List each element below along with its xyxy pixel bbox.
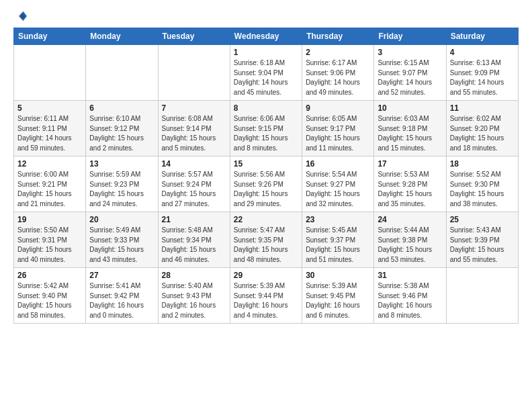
day-info: Sunrise: 5:48 AMSunset: 9:34 PMDaylight:… (162, 226, 226, 265)
day-info: Sunrise: 5:40 AMSunset: 9:43 PMDaylight:… (162, 281, 226, 320)
calendar-week-row: 12Sunrise: 6:00 AMSunset: 9:21 PMDayligh… (14, 156, 519, 212)
calendar-cell: 15Sunrise: 5:56 AMSunset: 9:26 PMDayligh… (230, 156, 302, 212)
calendar-cell: 5Sunrise: 6:11 AMSunset: 9:11 PMDaylight… (14, 101, 86, 156)
day-number: 18 (450, 159, 515, 169)
header (13, 10, 519, 22)
calendar-cell: 2Sunrise: 6:17 AMSunset: 9:06 PMDaylight… (302, 45, 374, 101)
calendar-cell (14, 45, 86, 101)
calendar-cell: 31Sunrise: 5:38 AMSunset: 9:46 PMDayligh… (374, 268, 446, 324)
day-info: Sunrise: 6:00 AMSunset: 9:21 PMDaylight:… (17, 170, 82, 209)
day-number: 31 (378, 271, 442, 280)
day-info: Sunrise: 6:08 AMSunset: 9:14 PMDaylight:… (162, 114, 226, 153)
calendar-cell: 18Sunrise: 5:52 AMSunset: 9:30 PMDayligh… (446, 156, 518, 212)
calendar-cell: 29Sunrise: 5:39 AMSunset: 9:44 PMDayligh… (230, 268, 302, 324)
logo (13, 10, 27, 22)
day-number: 22 (234, 215, 298, 224)
day-info: Sunrise: 5:43 AMSunset: 9:39 PMDaylight:… (450, 226, 515, 265)
day-info: Sunrise: 6:18 AMSunset: 9:04 PMDaylight:… (234, 58, 298, 97)
calendar-week-row: 19Sunrise: 5:50 AMSunset: 9:31 PMDayligh… (14, 212, 519, 268)
calendar: SundayMondayTuesdayWednesdayThursdayFrid… (13, 28, 519, 324)
calendar-cell: 28Sunrise: 5:40 AMSunset: 9:43 PMDayligh… (158, 268, 230, 324)
calendar-cell: 19Sunrise: 5:50 AMSunset: 9:31 PMDayligh… (14, 212, 86, 268)
calendar-cell: 10Sunrise: 6:03 AMSunset: 9:18 PMDayligh… (374, 101, 446, 156)
weekday-header: Monday (86, 28, 158, 45)
calendar-cell (158, 45, 230, 101)
calendar-week-row: 1Sunrise: 6:18 AMSunset: 9:04 PMDaylight… (14, 45, 519, 101)
calendar-cell: 7Sunrise: 6:08 AMSunset: 9:14 PMDaylight… (158, 101, 230, 156)
weekday-row: SundayMondayTuesdayWednesdayThursdayFrid… (14, 28, 519, 45)
calendar-header: SundayMondayTuesdayWednesdayThursdayFrid… (14, 28, 519, 45)
weekday-header: Saturday (446, 28, 518, 45)
day-info: Sunrise: 6:11 AMSunset: 9:11 PMDaylight:… (17, 114, 82, 153)
calendar-cell: 9Sunrise: 6:05 AMSunset: 9:17 PMDaylight… (302, 101, 374, 156)
day-info: Sunrise: 5:39 AMSunset: 9:45 PMDaylight:… (306, 281, 370, 320)
day-number: 12 (17, 159, 82, 169)
day-number: 7 (162, 103, 226, 113)
calendar-cell: 27Sunrise: 5:41 AMSunset: 9:42 PMDayligh… (86, 268, 158, 324)
day-info: Sunrise: 5:52 AMSunset: 9:30 PMDaylight:… (450, 170, 515, 209)
day-info: Sunrise: 5:38 AMSunset: 9:46 PMDaylight:… (378, 281, 442, 320)
calendar-cell: 30Sunrise: 5:39 AMSunset: 9:45 PMDayligh… (302, 268, 374, 324)
calendar-body: 1Sunrise: 6:18 AMSunset: 9:04 PMDaylight… (14, 45, 519, 324)
calendar-week-row: 26Sunrise: 5:42 AMSunset: 9:40 PMDayligh… (14, 268, 519, 324)
weekday-header: Wednesday (230, 28, 302, 45)
calendar-week-row: 5Sunrise: 6:11 AMSunset: 9:11 PMDaylight… (14, 101, 519, 156)
calendar-cell: 4Sunrise: 6:13 AMSunset: 9:09 PMDaylight… (446, 45, 518, 101)
day-number: 28 (162, 271, 226, 280)
calendar-cell: 23Sunrise: 5:45 AMSunset: 9:37 PMDayligh… (302, 212, 374, 268)
day-info: Sunrise: 6:15 AMSunset: 9:07 PMDaylight:… (378, 58, 442, 97)
calendar-cell: 25Sunrise: 5:43 AMSunset: 9:39 PMDayligh… (446, 212, 518, 268)
day-number: 13 (89, 159, 154, 169)
day-info: Sunrise: 5:39 AMSunset: 9:44 PMDaylight:… (234, 281, 298, 320)
day-number: 6 (89, 103, 154, 113)
day-info: Sunrise: 5:57 AMSunset: 9:24 PMDaylight:… (162, 170, 226, 209)
day-info: Sunrise: 5:41 AMSunset: 9:42 PMDaylight:… (89, 281, 154, 320)
calendar-cell: 16Sunrise: 5:54 AMSunset: 9:27 PMDayligh… (302, 156, 374, 212)
day-number: 2 (306, 48, 370, 57)
logo-text (13, 10, 27, 22)
calendar-cell (86, 45, 158, 101)
day-number: 17 (378, 159, 442, 169)
day-number: 10 (378, 103, 442, 113)
day-number: 26 (17, 271, 82, 280)
day-number: 29 (234, 271, 298, 280)
day-info: Sunrise: 5:59 AMSunset: 9:23 PMDaylight:… (89, 170, 154, 209)
calendar-cell: 21Sunrise: 5:48 AMSunset: 9:34 PMDayligh… (158, 212, 230, 268)
day-info: Sunrise: 6:05 AMSunset: 9:17 PMDaylight:… (306, 114, 370, 153)
calendar-cell: 17Sunrise: 5:53 AMSunset: 9:28 PMDayligh… (374, 156, 446, 212)
day-number: 5 (17, 103, 82, 113)
day-info: Sunrise: 5:47 AMSunset: 9:35 PMDaylight:… (234, 226, 298, 265)
day-number: 24 (378, 215, 442, 224)
day-number: 16 (306, 159, 370, 169)
calendar-cell: 12Sunrise: 6:00 AMSunset: 9:21 PMDayligh… (14, 156, 86, 212)
calendar-cell: 20Sunrise: 5:49 AMSunset: 9:33 PMDayligh… (86, 212, 158, 268)
day-info: Sunrise: 5:44 AMSunset: 9:38 PMDaylight:… (378, 226, 442, 265)
weekday-header: Thursday (302, 28, 374, 45)
day-info: Sunrise: 5:53 AMSunset: 9:28 PMDaylight:… (378, 170, 442, 209)
calendar-cell: 26Sunrise: 5:42 AMSunset: 9:40 PMDayligh… (14, 268, 86, 324)
weekday-header: Tuesday (158, 28, 230, 45)
day-info: Sunrise: 5:54 AMSunset: 9:27 PMDaylight:… (306, 170, 370, 209)
logo-icon (15, 10, 27, 22)
day-info: Sunrise: 6:03 AMSunset: 9:18 PMDaylight:… (378, 114, 442, 153)
day-info: Sunrise: 6:10 AMSunset: 9:12 PMDaylight:… (89, 114, 154, 153)
weekday-header: Friday (374, 28, 446, 45)
day-info: Sunrise: 5:49 AMSunset: 9:33 PMDaylight:… (89, 226, 154, 265)
calendar-cell (446, 268, 518, 324)
calendar-cell: 1Sunrise: 6:18 AMSunset: 9:04 PMDaylight… (230, 45, 302, 101)
day-number: 23 (306, 215, 370, 224)
day-number: 4 (450, 48, 515, 57)
day-info: Sunrise: 5:45 AMSunset: 9:37 PMDaylight:… (306, 226, 370, 265)
day-number: 1 (234, 48, 298, 57)
calendar-cell: 22Sunrise: 5:47 AMSunset: 9:35 PMDayligh… (230, 212, 302, 268)
day-number: 27 (89, 271, 154, 280)
day-number: 3 (378, 48, 442, 57)
calendar-cell: 13Sunrise: 5:59 AMSunset: 9:23 PMDayligh… (86, 156, 158, 212)
day-info: Sunrise: 5:50 AMSunset: 9:31 PMDaylight:… (17, 226, 82, 265)
day-number: 14 (162, 159, 226, 169)
calendar-cell: 6Sunrise: 6:10 AMSunset: 9:12 PMDaylight… (86, 101, 158, 156)
day-number: 21 (162, 215, 226, 224)
weekday-header: Sunday (14, 28, 86, 45)
day-number: 15 (234, 159, 298, 169)
day-info: Sunrise: 6:02 AMSunset: 9:20 PMDaylight:… (450, 114, 515, 153)
